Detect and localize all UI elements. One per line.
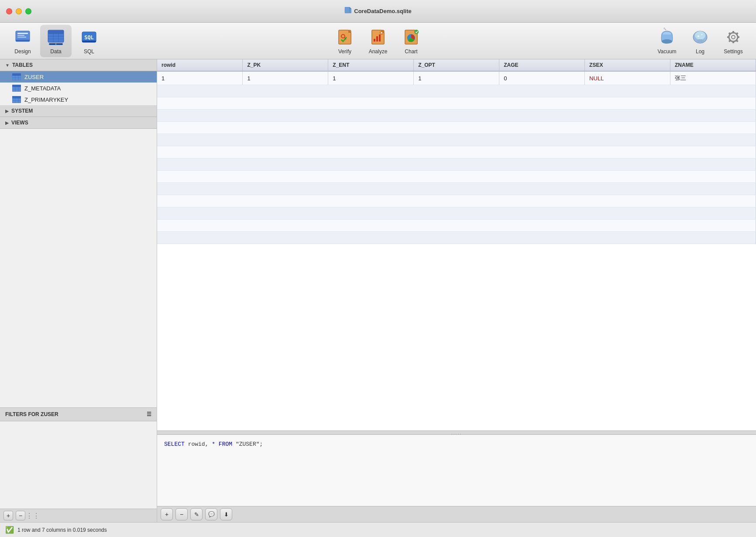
cell-zent: 1: [328, 71, 414, 85]
svg-text:...: ...: [698, 36, 702, 41]
svg-text:SQL: SQL: [84, 34, 94, 41]
table-icon-2: [12, 85, 21, 92]
table-row-empty-7: [157, 158, 756, 171]
filters-header: FILTERS FOR ZUSER ☰: [0, 408, 157, 421]
chart-icon: [402, 28, 421, 47]
svg-rect-6: [17, 37, 26, 38]
maximize-button[interactable]: [25, 8, 31, 14]
table-row-empty-9: [157, 183, 756, 195]
col-zage[interactable]: ZAGE: [499, 59, 585, 71]
reorder-button[interactable]: ⋮⋮: [28, 511, 38, 520]
sidebar-item-zmetadata[interactable]: Z_METADATA: [0, 83, 157, 94]
cell-zopt: 1: [414, 71, 499, 85]
sql-add-icon: +: [165, 511, 168, 518]
col-zent[interactable]: Z_ENT: [328, 59, 414, 71]
resize-handle[interactable]: .....: [157, 430, 756, 435]
tables-arrow-icon: ▼: [5, 63, 10, 68]
design-button[interactable]: Design: [7, 25, 38, 57]
sql-star: *: [212, 441, 215, 448]
sidebar-bottom-toolbar: + − ⋮⋮: [0, 509, 157, 522]
svg-point-43: [663, 28, 665, 29]
settings-label: Settings: [724, 48, 742, 55]
sql-content[interactable]: SELECT rowid, * FROM "ZUSER";: [157, 435, 756, 506]
svg-point-41: [662, 39, 672, 44]
svg-rect-5: [17, 35, 24, 36]
add-table-button[interactable]: +: [3, 511, 13, 520]
design-label: Design: [14, 48, 31, 55]
sql-button[interactable]: SQL SQL: [73, 25, 105, 57]
log-label: Log: [696, 48, 704, 55]
svg-rect-49: [697, 41, 704, 41]
verify-button[interactable]: Verify: [329, 25, 361, 57]
system-arrow-icon: ▶: [5, 109, 9, 114]
table-row-empty-3: [157, 110, 756, 122]
svg-rect-30: [379, 34, 381, 41]
sql-icon: SQL: [79, 28, 99, 47]
filters-menu-icon[interactable]: ☰: [147, 411, 151, 417]
sql-add-button[interactable]: +: [161, 508, 173, 520]
sql-comment-icon: 💬: [208, 511, 215, 517]
svg-rect-73: [12, 96, 21, 98]
views-section-header[interactable]: ▶ VIEWS: [0, 117, 157, 129]
add-icon: +: [7, 512, 10, 519]
sql-export-button[interactable]: ⬇: [220, 508, 232, 520]
sql-remove-button[interactable]: −: [175, 508, 188, 520]
table-row-empty-13: [157, 232, 756, 244]
col-zopt[interactable]: Z_OPT: [414, 59, 499, 71]
svg-rect-19: [82, 41, 96, 42]
toolbar: Design Data: [0, 23, 756, 59]
sidebar-item-zuser[interactable]: ZUSER: [0, 71, 157, 83]
close-button[interactable]: [6, 8, 12, 14]
toolbar-left: Design Data: [7, 25, 105, 57]
svg-rect-29: [376, 36, 378, 41]
window-title: CoreDataDemo.sqlite: [344, 7, 411, 16]
col-rowid[interactable]: rowid: [157, 59, 243, 71]
sql-panel: SELECT rowid, * FROM "ZUSER"; + − ✎: [157, 435, 756, 522]
traffic-lights: [6, 8, 31, 14]
settings-button[interactable]: Settings: [718, 25, 749, 57]
table-row[interactable]: 1 1 1 1 0 NULL 张三: [157, 71, 756, 85]
data-button[interactable]: Data: [40, 25, 72, 57]
svg-point-47: [701, 34, 703, 35]
table-icon-3: [12, 96, 21, 103]
reorder-icon: ⋮⋮: [26, 512, 40, 520]
log-icon: ...: [691, 28, 710, 47]
document-icon: [344, 7, 351, 16]
sql-comment-button[interactable]: 💬: [205, 508, 217, 520]
sidebar-item-zprimarykey[interactable]: Z_PRIMARYKEY: [0, 94, 157, 105]
svg-rect-67: [12, 85, 21, 87]
svg-rect-9: [48, 30, 64, 34]
svg-rect-61: [12, 73, 21, 76]
data-table-container[interactable]: rowid Z_PK Z_ENT Z_OPT ZAGE ZSEX ZNAME 1…: [157, 59, 756, 430]
data-table: rowid Z_PK Z_ENT Z_OPT ZAGE ZSEX ZNAME 1…: [157, 59, 756, 244]
svg-rect-7: [16, 40, 30, 41]
svg-rect-2: [350, 9, 351, 13]
col-zpk[interactable]: Z_PK: [243, 59, 328, 71]
settings-icon: [724, 28, 743, 47]
analyze-button[interactable]: Analyze: [362, 25, 394, 57]
verify-label: Verify: [338, 48, 351, 55]
table-row-empty-10: [157, 195, 756, 207]
chart-button[interactable]: Chart: [395, 25, 427, 57]
titlebar: CoreDataDemo.sqlite: [0, 0, 756, 23]
filters-header-label: FILTERS FOR ZUSER: [5, 411, 58, 417]
analyze-icon: [368, 28, 388, 47]
svg-rect-28: [374, 39, 375, 41]
minimize-button[interactable]: [16, 8, 22, 14]
col-zsex[interactable]: ZSEX: [585, 59, 670, 71]
cell-zname: 张三: [670, 71, 756, 85]
system-section-header[interactable]: ▶ SYSTEM: [0, 105, 157, 117]
svg-rect-55: [737, 36, 739, 38]
sql-edit-button[interactable]: ✎: [190, 508, 203, 520]
col-zname[interactable]: ZNAME: [670, 59, 756, 71]
data-icon: [46, 28, 65, 47]
tables-section-header[interactable]: ▼ TABLES: [0, 59, 157, 71]
vacuum-button[interactable]: Vacuum: [651, 25, 683, 57]
table-row-empty-6: [157, 146, 756, 158]
log-button[interactable]: ... Log: [684, 25, 716, 57]
sql-table-name: "ZUSER";: [236, 441, 263, 448]
data-label: Data: [50, 48, 61, 55]
remove-table-button[interactable]: −: [16, 511, 25, 520]
main-content: ▼ TABLES ZUSER Z_METADATA: [0, 59, 756, 522]
sql-edit-icon: ✎: [194, 511, 199, 518]
